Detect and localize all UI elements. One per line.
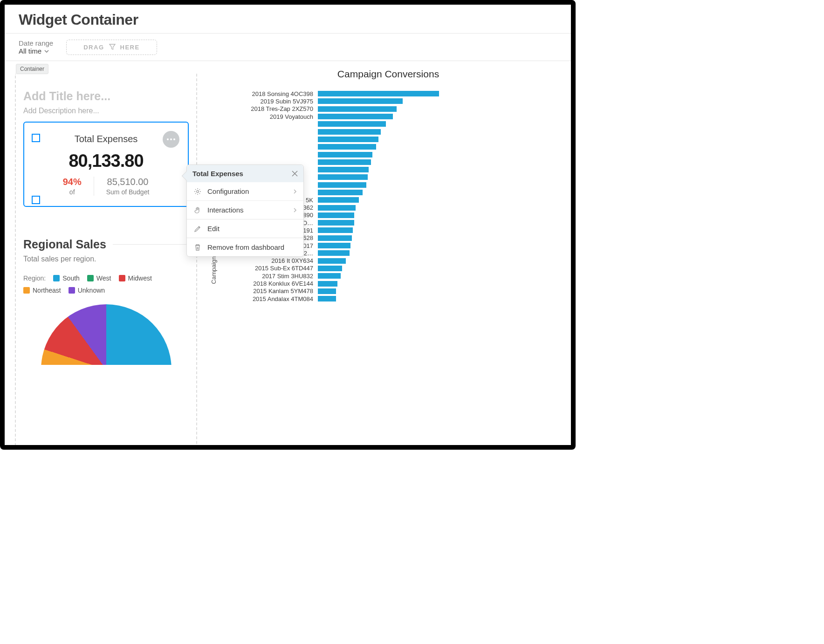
bar-category: 2018 Konklux 6VE144 <box>220 280 313 287</box>
pie-chart <box>23 304 189 365</box>
hand-icon <box>193 206 202 214</box>
bar[interactable] <box>318 197 359 203</box>
svg-point-0 <box>197 190 199 192</box>
legend-text: West <box>96 274 111 282</box>
filter-drop-zone[interactable]: DRAG HERE <box>66 40 157 55</box>
legend-item[interactable]: South <box>53 274 80 282</box>
campaign-chart-title: Campaign Conversions <box>210 69 566 80</box>
container-title-input[interactable]: Add Title here... <box>23 89 189 103</box>
trash-icon <box>193 244 202 251</box>
bar-category: 2019 Subin 5VJ975 <box>220 98 313 105</box>
legend-item[interactable]: West <box>87 274 111 282</box>
legend-text: Northeast <box>33 287 61 294</box>
date-range-filter[interactable]: Date range All time <box>19 39 53 55</box>
bar[interactable] <box>318 288 336 294</box>
bar-category: 2016 It 0XY634 <box>220 257 313 264</box>
legend-text: Midwest <box>128 274 152 282</box>
bar[interactable] <box>318 281 337 287</box>
bar[interactable] <box>318 250 350 256</box>
drag-text-left: DRAG <box>83 44 104 51</box>
drag-text-right: HERE <box>120 44 140 51</box>
legend-swatch <box>119 275 125 281</box>
bar[interactable] <box>318 296 336 301</box>
filter-bar: Date range All time DRAG HERE <box>5 34 571 61</box>
bar-category: 2015 Kanlam 5YM478 <box>220 288 313 295</box>
bar-category: 2017 Stim 3HU832 <box>220 273 313 280</box>
bar[interactable] <box>318 167 369 172</box>
funnel-icon <box>109 44 116 50</box>
bar-row <box>220 136 566 143</box>
legend-swatch <box>23 287 30 294</box>
chevron-right-icon <box>293 207 297 213</box>
regional-legend: Region: SouthWestMidwestNortheastUnknown <box>23 274 189 294</box>
widget-menu-popover: Total Expenses ConfigurationInteractions… <box>186 164 304 257</box>
bar-row: 2019 Voyatouch <box>220 113 566 120</box>
bar[interactable] <box>318 144 376 150</box>
bar-row: 2017 Stim 3HU832 <box>220 272 566 280</box>
bar-category: 2015 Sub-Ex 6TD447 <box>220 265 313 272</box>
legend-item[interactable]: Unknown <box>69 287 105 294</box>
bar[interactable] <box>318 258 346 264</box>
popover-item-label: Remove from dashboard <box>207 243 284 251</box>
popover-item-configuration[interactable]: Configuration <box>187 182 303 200</box>
bar-row <box>220 143 566 151</box>
legend-item[interactable]: Northeast <box>23 287 61 294</box>
bar[interactable] <box>318 106 397 112</box>
close-icon <box>292 171 298 177</box>
bar[interactable] <box>318 205 356 211</box>
kpi-percent: 94% <box>63 177 82 187</box>
chevron-down-icon <box>44 50 49 53</box>
date-range-value: All time <box>19 47 41 55</box>
legend-text: South <box>62 274 80 282</box>
pencil-icon <box>193 225 202 233</box>
bar-row: 2015 Andalax 4TM084 <box>220 295 566 302</box>
popover-title: Total Expenses <box>192 170 243 178</box>
popover-item-interactions[interactable]: Interactions <box>187 200 303 219</box>
bar-row: 2018 Sonsing 4OC398 <box>220 90 566 97</box>
bar[interactable] <box>318 190 363 195</box>
container-tab[interactable]: Container <box>16 64 48 74</box>
bar[interactable] <box>318 121 386 127</box>
gear-icon <box>193 188 202 195</box>
bar[interactable] <box>318 152 372 158</box>
bar[interactable] <box>318 227 353 233</box>
bar[interactable] <box>318 114 393 119</box>
popover-item-label: Edit <box>207 225 220 233</box>
bar-row <box>220 120 566 128</box>
bar-row: 2018 Konklux 6VE144 <box>220 280 566 287</box>
bar-row <box>220 151 566 158</box>
bar-row: 2016 It 0XY634 <box>220 257 566 265</box>
regional-title: Regional Sales <box>23 238 106 251</box>
bar[interactable] <box>318 174 368 180</box>
popover-item-remove-from-dashboard[interactable]: Remove from dashboard <box>187 238 303 256</box>
bar[interactable] <box>318 137 378 142</box>
bar-row <box>220 128 566 135</box>
bar[interactable] <box>318 273 341 279</box>
bar[interactable] <box>318 159 371 165</box>
legend-label: Region: <box>23 274 46 282</box>
bar[interactable] <box>318 129 381 135</box>
legend-text: Unknown <box>78 287 105 294</box>
widget-more-button[interactable] <box>163 131 179 148</box>
bar[interactable] <box>318 212 354 218</box>
bar[interactable] <box>318 98 403 104</box>
bar[interactable] <box>318 91 439 96</box>
kpi-percent-sub: of <box>63 188 82 196</box>
kpi-value: 80,133.80 <box>32 151 180 171</box>
kpi-title: Total Expenses <box>75 134 138 144</box>
legend-item[interactable]: Midwest <box>119 274 152 282</box>
bar[interactable] <box>318 235 352 241</box>
bar[interactable] <box>318 243 350 248</box>
popover-item-edit[interactable]: Edit <box>187 219 303 238</box>
bar[interactable] <box>318 182 366 188</box>
bar[interactable] <box>318 220 354 226</box>
bar-row: 2018 Tres-Zap 2XZ570 <box>220 105 566 113</box>
kpi-budget-sub: Sum of Budget <box>106 188 150 196</box>
chevron-right-icon <box>293 189 297 194</box>
popover-close-button[interactable] <box>292 171 298 177</box>
container-description-input[interactable]: Add Description here... <box>23 107 189 115</box>
bar-row: 2015 Kanlam 5YM478 <box>220 288 566 295</box>
legend-swatch <box>87 275 94 281</box>
kpi-widget[interactable]: Total Expenses 80,133.80 94% of 85,510.0… <box>23 122 189 207</box>
bar[interactable] <box>318 266 342 271</box>
